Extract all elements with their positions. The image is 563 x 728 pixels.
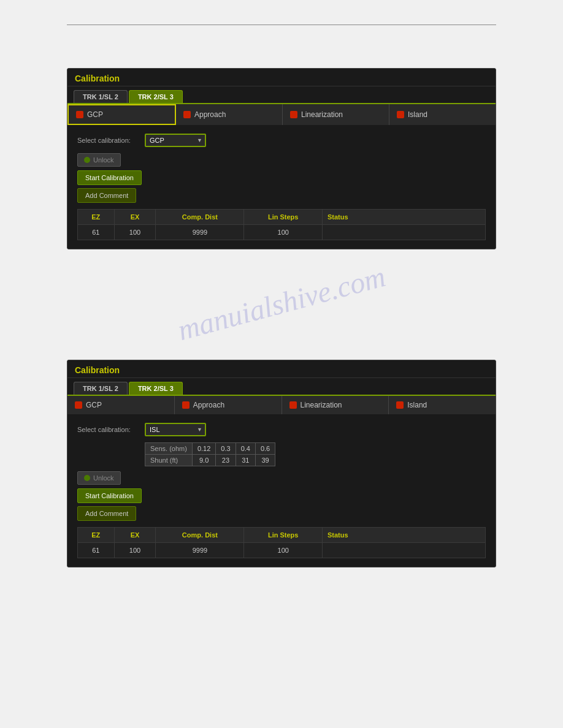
start-calibration-button-1[interactable]: Start Calibration	[77, 170, 142, 185]
watermark-text: manuialshive.com	[174, 259, 389, 347]
calibration-panel-1: Calibration TRK 1/SL 2 TRK 2/SL 3 GCP Ap…	[67, 68, 496, 249]
red-icon-island-2	[396, 401, 404, 409]
isl-shunt-v2: 23	[216, 455, 236, 466]
select-label-1: Select calibration:	[77, 137, 139, 144]
unlock-button-1[interactable]: Unlock	[77, 153, 121, 167]
panel-title-1: Calibration	[67, 69, 496, 86]
red-icon-approach-1	[183, 111, 191, 118]
panel-title-2: Calibration	[67, 360, 496, 378]
add-comment-button-2[interactable]: Add Comment	[77, 506, 136, 521]
nav-island-1[interactable]: Island	[389, 104, 496, 125]
td-status-2	[323, 543, 486, 558]
nav-bar-1: GCP Approach Linearization Island	[67, 103, 496, 125]
isl-shunt-v1: 9.0	[192, 455, 215, 466]
red-icon-gcp-2	[75, 401, 82, 409]
nav-linearization-1[interactable]: Linearization	[283, 104, 389, 125]
isl-shunt-v4: 39	[255, 455, 275, 466]
isl-sens-v4: 0.6	[255, 443, 275, 455]
add-comment-button-1[interactable]: Add Comment	[77, 188, 136, 203]
th-ez-1: EZ	[78, 210, 115, 225]
select-row-1: Select calibration: GCP ISL	[77, 134, 486, 147]
nav-approach-2[interactable]: Approach	[175, 396, 282, 414]
td-ez-1: 61	[78, 225, 115, 240]
th-compdist-2: Comp. Dist	[156, 528, 244, 543]
top-divider	[67, 25, 496, 25]
red-icon-lin-2	[289, 401, 297, 409]
red-icon-island-1	[397, 111, 404, 118]
nav-approach-label-1: Approach	[194, 110, 226, 119]
start-calibration-button-2[interactable]: Start Calibration	[77, 488, 142, 503]
nav-island-2[interactable]: Island	[389, 396, 496, 414]
unlock-label-1: Unlock	[93, 156, 114, 164]
isl-row-sens: Sens. (ohm) 0.12 0.3 0.4 0.6	[145, 443, 275, 455]
table-row-1: 61 100 9999 100	[78, 225, 486, 240]
th-status-2: Status	[323, 528, 486, 543]
calibration-select-2[interactable]: GCP ISL	[145, 423, 206, 436]
content-area-1: Select calibration: GCP ISL Unlock Start…	[67, 125, 496, 249]
nav-gcp-1[interactable]: GCP	[67, 104, 176, 125]
td-ex-2: 100	[114, 543, 156, 558]
nav-approach-label-2: Approach	[193, 401, 224, 409]
nav-island-label-1: Island	[408, 110, 427, 119]
unlock-button-2[interactable]: Unlock	[77, 471, 121, 485]
td-compdist-1: 9999	[156, 225, 244, 240]
isl-row-shunt: Shunt (ft) 9.0 23 31 39	[145, 455, 275, 466]
th-ez-2: EZ	[78, 528, 115, 543]
th-status-1: Status	[323, 210, 486, 225]
td-ex-1: 100	[114, 225, 156, 240]
lock-icon-1	[84, 157, 90, 163]
nav-approach-1[interactable]: Approach	[176, 104, 283, 125]
nav-island-label-2: Island	[407, 401, 427, 409]
red-icon-gcp-1	[76, 111, 83, 118]
nav-lin-label-2: Linearization	[301, 401, 342, 409]
th-compdist-1: Comp. Dist	[156, 210, 244, 225]
th-linsteps-2: Lin Steps	[244, 528, 323, 543]
data-table-1: EZ EX Comp. Dist Lin Steps Status 61 100…	[77, 209, 486, 240]
nav-linearization-2[interactable]: Linearization	[282, 396, 389, 414]
th-linsteps-1: Lin Steps	[244, 210, 323, 225]
table-row-2: 61 100 9999 100	[78, 543, 486, 558]
isl-sens-v2: 0.3	[216, 443, 236, 455]
isl-shunt-v3: 31	[236, 455, 255, 466]
unlock-label-2: Unlock	[93, 474, 114, 482]
tab-trk1sl2-1[interactable]: TRK 1/SL 2	[74, 90, 128, 103]
nav-gcp-2[interactable]: GCP	[67, 396, 175, 414]
td-status-1	[323, 225, 486, 240]
nav-bar-2: GCP Approach Linearization Island	[67, 395, 496, 414]
th-ex-1: EX	[114, 210, 156, 225]
lock-icon-2	[84, 475, 90, 481]
td-ez-2: 61	[78, 543, 115, 558]
isl-sens-v1: 0.12	[192, 443, 215, 455]
td-linsteps-1: 100	[244, 225, 323, 240]
red-icon-approach-2	[182, 401, 190, 409]
tab-trk2sl3-2[interactable]: TRK 2/SL 3	[129, 382, 183, 395]
tabs-row-1: TRK 1/SL 2 TRK 2/SL 3	[67, 86, 496, 103]
td-linsteps-2: 100	[244, 543, 323, 558]
data-table-2: EZ EX Comp. Dist Lin Steps Status 61 100…	[77, 527, 486, 558]
select-wrapper-1: GCP ISL	[145, 134, 206, 147]
isl-table: Sens. (ohm) 0.12 0.3 0.4 0.6 Shunt (ft) …	[145, 442, 275, 466]
th-ex-2: EX	[114, 528, 156, 543]
calibration-select-1[interactable]: GCP ISL	[145, 134, 206, 147]
nav-gcp-label-2: GCP	[86, 401, 102, 409]
tab-trk2sl3-1[interactable]: TRK 2/SL 3	[129, 90, 183, 103]
isl-sens-v3: 0.4	[236, 443, 255, 455]
tabs-row-2: TRK 1/SL 2 TRK 2/SL 3	[67, 378, 496, 395]
page-container: Calibration TRK 1/SL 2 TRK 2/SL 3 GCP Ap…	[12, 25, 551, 567]
select-label-2: Select calibration:	[77, 426, 139, 433]
isl-label-sens: Sens. (ohm)	[145, 443, 193, 455]
isl-label-shunt: Shunt (ft)	[145, 455, 193, 466]
content-area-2: Select calibration: GCP ISL Sens. (ohm) …	[67, 414, 496, 567]
nav-lin-label-1: Linearization	[301, 110, 343, 119]
nav-gcp-label-1: GCP	[87, 110, 103, 119]
calibration-panel-2: Calibration TRK 1/SL 2 TRK 2/SL 3 GCP Ap…	[67, 360, 496, 567]
td-compdist-2: 9999	[156, 543, 244, 558]
tab-trk1sl2-2[interactable]: TRK 1/SL 2	[74, 382, 128, 395]
select-wrapper-2: GCP ISL	[145, 423, 206, 436]
select-row-2: Select calibration: GCP ISL	[77, 423, 486, 436]
red-icon-lin-1	[290, 111, 297, 118]
